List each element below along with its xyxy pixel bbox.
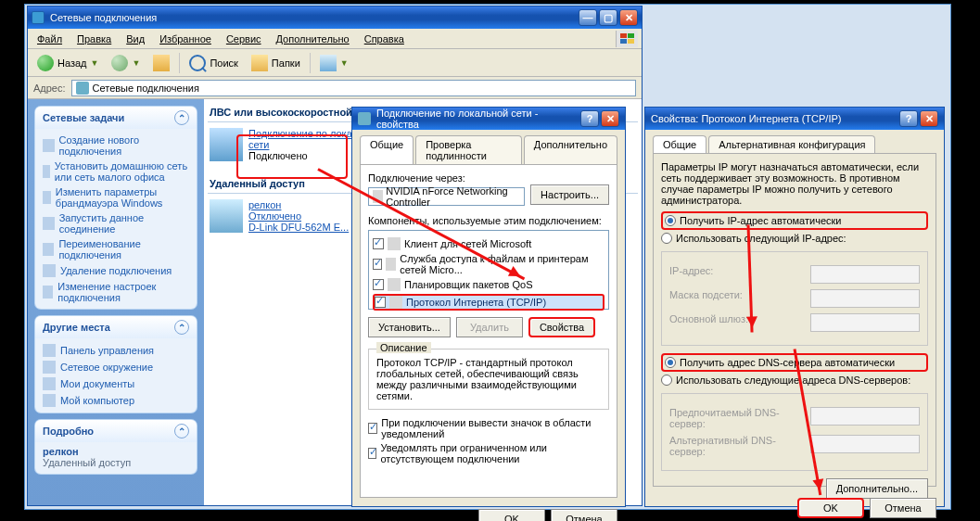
radio-icon[interactable]	[661, 233, 672, 244]
dialog-titlebar[interactable]: Подключение по локальной сети - свойства…	[352, 108, 625, 130]
radio-icon[interactable]	[665, 357, 676, 368]
chk-alert[interactable]: Уведомлять при ограниченном или отсутств…	[368, 442, 609, 464]
dun-link-l2[interactable]: Отключено	[248, 210, 301, 222]
component-fileshare[interactable]: Служба доступа к файлам и принтерам сете…	[373, 253, 605, 275]
cancel-button[interactable]: Отмена	[870, 498, 936, 518]
radio-dns-auto[interactable]: Получить адрес DNS-сервера автоматически	[661, 353, 928, 372]
details-state: Удаленный доступ	[35, 457, 197, 474]
checkbox-icon[interactable]	[375, 297, 386, 308]
radio-icon[interactable]	[665, 215, 676, 226]
collapse-icon[interactable]: ⌃	[174, 110, 189, 125]
tab-general[interactable]: Общие	[653, 135, 706, 153]
collapse-icon[interactable]: ⌃	[174, 320, 189, 335]
component-tcpip[interactable]: Протокол Интернета (TCP/IP)	[373, 294, 605, 311]
close-button[interactable]: ✕	[619, 9, 638, 26]
checkbox-icon[interactable]	[373, 238, 384, 249]
checkbox-icon[interactable]	[368, 423, 377, 434]
tab-advanced[interactable]: Дополнительно	[524, 135, 617, 164]
address-field[interactable]: Сетевые подключения	[71, 80, 636, 96]
views-icon	[320, 55, 337, 71]
advanced-button[interactable]: Дополнительно...	[826, 478, 928, 499]
folders-button[interactable]: Папки	[248, 52, 304, 74]
menu-file[interactable]: Файл	[32, 32, 68, 46]
remove-button: Удалить	[456, 317, 523, 337]
chevron-down-icon: ▼	[91, 58, 99, 68]
protocol-icon	[389, 296, 402, 309]
minimize-button[interactable]: —	[579, 9, 597, 26]
task-home-network[interactable]: Установить домашнюю сеть или сеть малого…	[43, 160, 189, 183]
menu-tools[interactable]: Сервис	[221, 32, 267, 46]
ok-button[interactable]: OK	[797, 498, 864, 518]
component-client[interactable]: Клиент для сетей Microsoft	[373, 237, 605, 250]
search-button[interactable]: Поиск	[185, 52, 241, 74]
place-network[interactable]: Сетевое окружение	[43, 361, 189, 374]
task-delete[interactable]: Удаление подключения	[43, 264, 189, 277]
delete-icon	[43, 264, 56, 277]
close-button[interactable]: ✕	[920, 110, 938, 127]
place-computer[interactable]: Мой компьютер	[43, 394, 189, 407]
gw-field	[810, 313, 920, 332]
maximize-button[interactable]: ▢	[599, 9, 617, 26]
dns1-field	[810, 407, 920, 426]
checkbox-icon[interactable]	[368, 448, 376, 459]
wizard-icon	[43, 139, 55, 152]
lan-icon	[210, 128, 243, 161]
cancel-button[interactable]: Отмена	[551, 509, 617, 521]
properties-button[interactable]: Свойства	[528, 317, 595, 337]
description-label: Описание	[376, 342, 431, 353]
place-docs[interactable]: Мои документы	[43, 377, 189, 390]
computer-icon	[43, 394, 56, 407]
tab-general[interactable]: Общие	[360, 135, 414, 164]
help-button[interactable]: ?	[899, 110, 918, 127]
search-label: Поиск	[210, 57, 237, 69]
forward-button[interactable]: ▼	[108, 52, 144, 74]
dns1-label: Предпочитаемый DNS-сервер:	[669, 407, 799, 429]
task-start[interactable]: Запустить данное соединение	[43, 212, 189, 235]
menu-advanced[interactable]: Дополнительно	[271, 32, 355, 46]
task-new-connection[interactable]: Создание нового подключения	[43, 134, 189, 157]
ip-label: IP-адрес:	[669, 265, 799, 284]
tab-auth[interactable]: Проверка подлинности	[415, 135, 522, 164]
up-button[interactable]	[149, 52, 173, 74]
radio-dns-manual[interactable]: Использовать следующие адреса DNS-сервер…	[661, 375, 928, 386]
checkbox-icon[interactable]	[373, 259, 382, 270]
nic-icon	[373, 190, 383, 203]
task-settings[interactable]: Изменение настроек подключения	[43, 281, 189, 303]
menu-view[interactable]: Вид	[121, 32, 150, 46]
collapse-icon[interactable]: ⌃	[174, 424, 189, 438]
task-firewall[interactable]: Изменить параметры брандмауэра Windows	[43, 186, 189, 209]
dun-link[interactable]: релкон	[248, 199, 281, 210]
menu-help[interactable]: Справка	[359, 32, 410, 46]
views-button[interactable]: ▼	[316, 52, 352, 74]
lan-cfg-icon	[358, 112, 371, 125]
ok-button[interactable]: OK	[478, 509, 545, 521]
close-button[interactable]: ✕	[601, 110, 619, 127]
install-button[interactable]: Установить...	[368, 317, 451, 337]
back-icon	[37, 55, 54, 71]
place-control-panel[interactable]: Панель управления	[43, 344, 189, 357]
component-qos[interactable]: Планировщик пакетов QoS	[373, 278, 605, 291]
chk-tray[interactable]: При подключении вывести значок в области…	[368, 417, 609, 439]
titlebar[interactable]: Сетевые подключения — ▢ ✕	[28, 6, 642, 29]
menu-edit[interactable]: Правка	[71, 32, 117, 46]
connect-via-label: Подключение через:	[368, 172, 465, 184]
lan-link-l2[interactable]: сети	[248, 139, 269, 150]
dun-dev[interactable]: D-Link DFU-562M E...	[248, 222, 349, 233]
radio-ip-auto[interactable]: Получить IP-адрес автоматически	[661, 211, 928, 230]
play-icon	[43, 217, 55, 230]
menu-fav[interactable]: Избранное	[154, 32, 217, 46]
shield-icon	[43, 191, 51, 204]
radio-ip-manual[interactable]: Использовать следующий IP-адрес:	[661, 233, 928, 244]
dialog-titlebar[interactable]: Свойства: Протокол Интернета (TCP/IP) ? …	[645, 108, 944, 130]
tab-altconfig[interactable]: Альтернативная конфигурация	[708, 135, 875, 153]
separator	[179, 53, 180, 73]
separator	[310, 53, 311, 73]
task-rename[interactable]: Переименование подключения	[43, 238, 189, 260]
back-button[interactable]: Назад ▼	[33, 52, 102, 74]
rename-icon	[43, 243, 54, 256]
radio-icon[interactable]	[661, 375, 672, 386]
qos-icon	[388, 278, 401, 291]
configure-button[interactable]: Настроить...	[530, 184, 609, 205]
help-button[interactable]: ?	[580, 110, 599, 127]
checkbox-icon[interactable]	[373, 279, 384, 290]
